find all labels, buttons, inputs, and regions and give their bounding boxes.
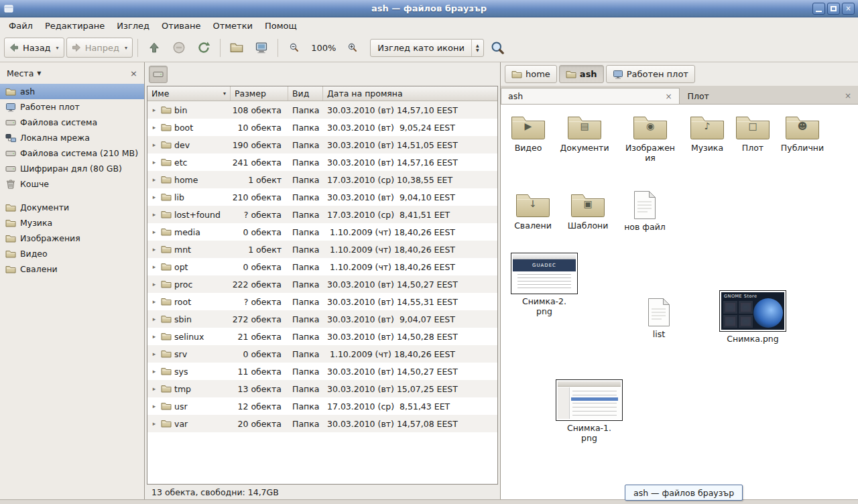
table-row[interactable]: ▸var20 обектаПапка30.03.2010 (вт) 14,57,… (147, 415, 497, 432)
tab[interactable]: ash× (501, 88, 680, 104)
sidebar-item[interactable]: Работен плот (0, 99, 144, 115)
expander-icon[interactable]: ▸ (150, 141, 158, 148)
zoom-level[interactable]: 100% (308, 43, 339, 53)
folder-templates[interactable]: ▣Шаблони (560, 190, 616, 231)
image-snimka[interactable]: GNOME StoreСнимка.png (716, 290, 790, 344)
expander-icon[interactable]: ▸ (150, 281, 158, 288)
table-row[interactable]: ▸boot10 обектаПапка30.03.2010 (вт) 9,05,… (147, 119, 497, 136)
stop-button[interactable] (168, 38, 190, 58)
expander-icon[interactable]: ▸ (150, 229, 158, 235)
table-row[interactable]: ▸dev190 обектаПапка30.03.2010 (вт) 14,51… (147, 136, 497, 153)
forward-dropdown-icon[interactable]: ▾ (125, 45, 127, 51)
file-list-body[interactable]: ▸bin108 обектаПапка30.03.2010 (вт) 14,57… (147, 101, 497, 484)
back-dropdown-icon[interactable]: ▾ (56, 45, 59, 51)
sidebar-item[interactable]: Видео (0, 246, 144, 261)
column-header[interactable]: Име▾ (147, 86, 231, 101)
up-button[interactable] (143, 38, 166, 58)
column-header[interactable]: Размер (231, 86, 288, 101)
table-row[interactable]: ▸opt0 обектаПапка 1.10.2009 (чт) 18,40,2… (147, 258, 497, 275)
table-row[interactable]: ▸bin108 обектаПапка30.03.2010 (вт) 14,57… (147, 101, 497, 119)
sidebar-item[interactable]: Файлова система (0, 115, 144, 130)
table-row[interactable]: ▸lost+found? обектаПапка17.03.2010 (ср) … (147, 206, 497, 223)
file-new[interactable]: нов файл (617, 190, 673, 232)
expander-icon[interactable]: ▸ (150, 333, 158, 340)
zoom-in-button[interactable] (341, 38, 364, 58)
sidebar-title[interactable]: Места (7, 68, 34, 78)
column-header[interactable]: Дата на промяна (323, 86, 497, 101)
expander-icon[interactable]: ▸ (150, 316, 158, 322)
pathbar-button[interactable]: home (505, 65, 557, 83)
table-row[interactable]: ▸mnt1 обектПапка 1.10.2009 (чт) 18,40,26… (147, 241, 497, 258)
tab-close-icon[interactable]: × (845, 91, 851, 101)
table-row[interactable]: ▸sbin272 обектаПапка30.03.2010 (вт) 9,04… (147, 310, 497, 328)
back-button[interactable]: Назад ▾ (4, 38, 64, 58)
image-snimka-2[interactable]: GUADECСнимка-2. png (507, 253, 581, 316)
table-row[interactable]: ▸tmp13 обектаПапка30.03.2010 (вт) 15,07,… (147, 380, 497, 397)
sidebar-item[interactable]: Локална мрежа (0, 130, 144, 145)
view-mode-select[interactable]: Изглед като икони ▲▼ (370, 39, 484, 57)
expander-icon[interactable]: ▸ (150, 107, 158, 113)
column-header[interactable]: Вид (288, 86, 323, 101)
sidebar-item[interactable]: Кошче (0, 176, 144, 192)
folder-video[interactable]: ▶Видео (501, 113, 556, 153)
table-row[interactable]: ▸lib210 обектаПапка30.03.2010 (вт) 9,04,… (147, 188, 497, 206)
expander-icon[interactable]: ▸ (150, 351, 158, 357)
search-button[interactable] (486, 38, 509, 58)
file-list[interactable]: list (631, 298, 687, 339)
tab[interactable]: Плот× (681, 88, 858, 104)
table-row[interactable]: ▸proc222 обектаПапка30.03.2010 (вт) 14,5… (147, 275, 497, 293)
sidebar-close-icon[interactable]: × (130, 68, 137, 78)
table-row[interactable]: ▸media0 обектаПапка 1.10.2009 (чт) 18,40… (147, 223, 497, 241)
table-row[interactable]: ▸srv0 обектаПапка 1.10.2009 (чт) 18,40,2… (147, 345, 497, 363)
pathbar-button[interactable]: Работен плот (606, 65, 695, 83)
expander-icon[interactable]: ▸ (150, 194, 158, 200)
pathbar-button[interactable]: ash (559, 65, 604, 83)
expander-icon[interactable]: ▸ (150, 403, 158, 410)
table-row[interactable]: ▸sys11 обектаПапка30.03.2010 (вт) 14,50,… (147, 363, 497, 380)
combo-arrows-icon[interactable]: ▲▼ (471, 40, 483, 56)
tab-close-icon[interactable]: × (665, 92, 672, 101)
expander-icon[interactable]: ▸ (150, 211, 158, 218)
folder-downloads[interactable]: ↓Свалени (505, 190, 561, 231)
menubar-item[interactable]: Отиване (156, 19, 206, 33)
chevron-down-icon[interactable]: ▼ (37, 70, 41, 76)
expander-icon[interactable]: ▸ (150, 368, 158, 375)
pathbar-root-button[interactable] (149, 66, 168, 83)
table-row[interactable]: ▸selinux21 обектаПапка30.03.2010 (вт) 14… (147, 328, 497, 345)
menubar-item[interactable]: Редактиране (39, 19, 111, 33)
folder-documents[interactable]: ▤Документи (556, 113, 613, 153)
expander-icon[interactable]: ▸ (150, 263, 158, 270)
table-row[interactable]: ▸usr12 обектаПапка17.03.2010 (ср) 8,51,4… (147, 397, 497, 415)
titlebar[interactable]: ash — файлов браузър × (0, 0, 858, 17)
sidebar-item[interactable]: Документи (0, 200, 144, 215)
expander-icon[interactable]: ▸ (150, 298, 158, 305)
menubar-item[interactable]: Изглед (111, 19, 156, 33)
menubar-item[interactable]: Отметки (206, 19, 258, 33)
expander-icon[interactable]: ▸ (150, 176, 158, 183)
folder-pictures[interactable]: ◉Изображен ия (621, 113, 679, 163)
sidebar-item[interactable]: Свалени (0, 261, 144, 277)
home-button[interactable] (225, 38, 248, 58)
computer-button[interactable] (250, 38, 273, 58)
expander-icon[interactable]: ▸ (150, 159, 158, 166)
reload-button[interactable] (192, 38, 215, 58)
close-button[interactable]: × (842, 3, 855, 15)
sidebar-item[interactable]: ash (0, 84, 144, 99)
menubar-item[interactable]: Файл (3, 19, 39, 33)
folder-desktop[interactable]: □Плот (725, 113, 780, 153)
zoom-out-button[interactable] (283, 38, 306, 58)
folder-public[interactable]: ☻Публични (774, 113, 831, 153)
sidebar-item[interactable]: Шифриран дял (80 GB) (0, 161, 144, 176)
minimize-button[interactable] (812, 3, 825, 15)
sidebar-item[interactable]: Музика (0, 215, 144, 231)
maximize-button[interactable] (827, 3, 840, 15)
table-row[interactable]: ▸etc241 обектаПапка30.03.2010 (вт) 14,57… (147, 153, 497, 171)
expander-icon[interactable]: ▸ (150, 420, 158, 427)
expander-icon[interactable]: ▸ (150, 385, 158, 392)
sidebar-item[interactable]: Файлова система (210 MB) (0, 145, 144, 161)
forward-button[interactable]: Напред ▾ (66, 38, 133, 58)
menubar-item[interactable]: Помощ (259, 19, 303, 33)
icon-view[interactable]: ▶Видео▤Документи◉Изображен ия♪Музика□Пло… (501, 105, 858, 499)
expander-icon[interactable]: ▸ (150, 246, 158, 253)
table-row[interactable]: ▸root? обектаПапка30.03.2010 (вт) 14,55,… (147, 293, 497, 310)
